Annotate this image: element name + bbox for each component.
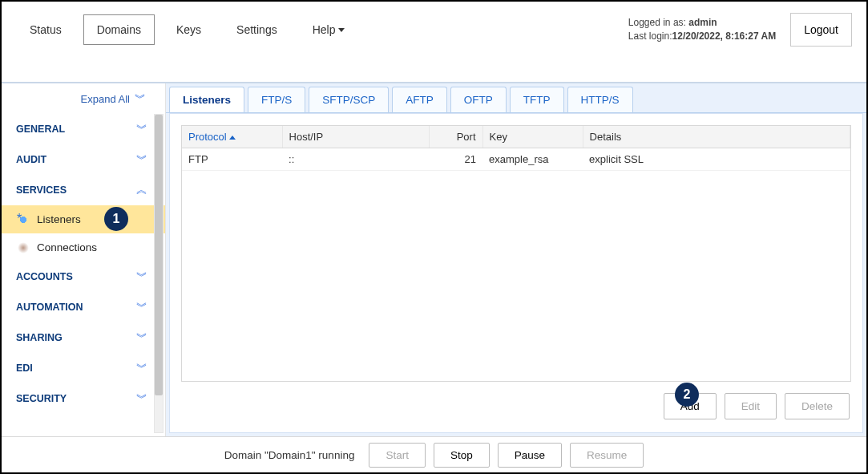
last-login-time: 12/20/2022, 8:16:27 AM bbox=[672, 30, 777, 42]
chevron-up-icon bbox=[136, 183, 146, 197]
annotation-badge-2: 2 bbox=[675, 383, 699, 407]
chevron-down-icon bbox=[136, 300, 146, 314]
edit-button[interactable]: Edit bbox=[725, 393, 777, 419]
cell-details: explicit SSL bbox=[583, 148, 850, 171]
group-services[interactable]: SERVICES bbox=[2, 175, 165, 205]
col-host[interactable]: Host/IP bbox=[282, 126, 429, 148]
tab-https[interactable]: HTTP/S bbox=[567, 87, 633, 112]
group-services-label: SERVICES bbox=[16, 184, 67, 196]
logout-button[interactable]: Logout bbox=[790, 13, 852, 47]
group-audit-label: AUDIT bbox=[16, 154, 46, 165]
group-security[interactable]: SECURITY bbox=[2, 383, 165, 414]
tab-ftps[interactable]: FTP/S bbox=[248, 87, 305, 112]
logged-in-user: admin bbox=[688, 17, 717, 28]
menu-help-label: Help bbox=[313, 23, 336, 36]
group-general[interactable]: GENERAL bbox=[2, 114, 165, 144]
col-key[interactable]: Key bbox=[482, 126, 583, 148]
chevron-down-icon bbox=[136, 269, 146, 284]
group-automation[interactable]: AUTOMATION bbox=[2, 292, 165, 322]
tab-bar: Listeners FTP/S SFTP/SCP AFTP OFTP TFTP … bbox=[166, 83, 866, 113]
tab-aftp[interactable]: AFTP bbox=[392, 87, 447, 112]
tab-sftp-scp[interactable]: SFTP/SCP bbox=[309, 87, 389, 112]
menu-status[interactable]: Status bbox=[16, 14, 75, 45]
footer-bar: Domain "Domain1" running Start Stop Paus… bbox=[2, 436, 866, 472]
expand-all-link[interactable]: Expand All bbox=[2, 83, 165, 114]
pause-button[interactable]: Pause bbox=[498, 443, 562, 468]
group-sharing[interactable]: SHARING bbox=[2, 322, 165, 353]
login-info: Logged in as: admin Last login:12/20/202… bbox=[628, 16, 776, 43]
listeners-panel: Protocol Host/IP Port Key Details FTP bbox=[169, 113, 863, 433]
cell-host: :: bbox=[282, 148, 429, 171]
menu-settings[interactable]: Settings bbox=[223, 14, 291, 45]
delete-button[interactable]: Delete bbox=[785, 393, 850, 419]
resume-button[interactable]: Resume bbox=[570, 443, 644, 468]
group-accounts[interactable]: ACCOUNTS bbox=[2, 261, 165, 292]
chevron-down-icon bbox=[136, 152, 146, 167]
group-audit[interactable]: AUDIT bbox=[2, 144, 165, 175]
stop-button[interactable]: Stop bbox=[434, 443, 490, 468]
group-sharing-label: SHARING bbox=[16, 332, 63, 343]
listener-icon bbox=[18, 214, 29, 225]
chevron-down-icon bbox=[136, 361, 146, 375]
listeners-table-wrap: Protocol Host/IP Port Key Details FTP bbox=[181, 125, 851, 382]
tab-listeners[interactable]: Listeners bbox=[169, 87, 244, 112]
group-security-label: SECURITY bbox=[16, 393, 67, 404]
sidebar: Expand All GENERAL AUDIT SERVICES Listen… bbox=[2, 83, 166, 436]
cell-key: example_rsa bbox=[482, 148, 583, 171]
cell-protocol: FTP bbox=[182, 148, 282, 171]
chevron-down-icon bbox=[135, 91, 144, 106]
col-protocol[interactable]: Protocol bbox=[182, 126, 282, 148]
sidebar-item-connections[interactable]: Connections bbox=[2, 233, 165, 261]
group-edi-label: EDI bbox=[16, 363, 33, 374]
tab-tftp[interactable]: TFTP bbox=[510, 87, 564, 112]
logged-in-prefix: Logged in as: bbox=[628, 17, 688, 28]
domain-status-text: Domain "Domain1" running bbox=[224, 449, 355, 461]
chevron-down-icon bbox=[136, 391, 146, 406]
scrollbar-thumb[interactable] bbox=[155, 115, 163, 395]
annotation-badge-1: 1 bbox=[104, 207, 128, 231]
sidebar-scrollbar[interactable] bbox=[154, 114, 164, 433]
sidebar-item-listeners[interactable]: Listeners bbox=[2, 205, 165, 233]
tab-oftp[interactable]: OFTP bbox=[450, 87, 507, 112]
connections-icon bbox=[18, 242, 29, 253]
listeners-table: Protocol Host/IP Port Key Details FTP bbox=[182, 126, 850, 171]
top-menu-bar: Status Domains Keys Settings Help Logged… bbox=[2, 2, 866, 58]
group-accounts-label: ACCOUNTS bbox=[16, 271, 73, 282]
cell-port: 21 bbox=[429, 148, 482, 171]
col-protocol-label: Protocol bbox=[188, 131, 227, 143]
group-edi[interactable]: EDI bbox=[2, 353, 165, 383]
sidebar-item-label: Connections bbox=[37, 241, 97, 253]
chevron-down-icon bbox=[136, 330, 146, 345]
menu-domains[interactable]: Domains bbox=[83, 14, 155, 45]
expand-all-label: Expand All bbox=[81, 93, 130, 105]
menu-help[interactable]: Help bbox=[299, 14, 359, 45]
col-details[interactable]: Details bbox=[583, 126, 850, 148]
table-row[interactable]: FTP :: 21 example_rsa explicit SSL bbox=[182, 148, 850, 171]
group-automation-label: AUTOMATION bbox=[16, 302, 83, 313]
sidebar-item-label: Listeners bbox=[37, 213, 81, 225]
col-port[interactable]: Port bbox=[429, 126, 482, 148]
start-button[interactable]: Start bbox=[369, 443, 426, 468]
group-general-label: GENERAL bbox=[16, 124, 65, 135]
caret-down-icon bbox=[338, 28, 345, 32]
chevron-down-icon bbox=[136, 122, 146, 136]
last-login-prefix: Last login: bbox=[628, 30, 672, 42]
menu-keys[interactable]: Keys bbox=[163, 14, 215, 45]
sort-asc-icon bbox=[229, 136, 236, 140]
